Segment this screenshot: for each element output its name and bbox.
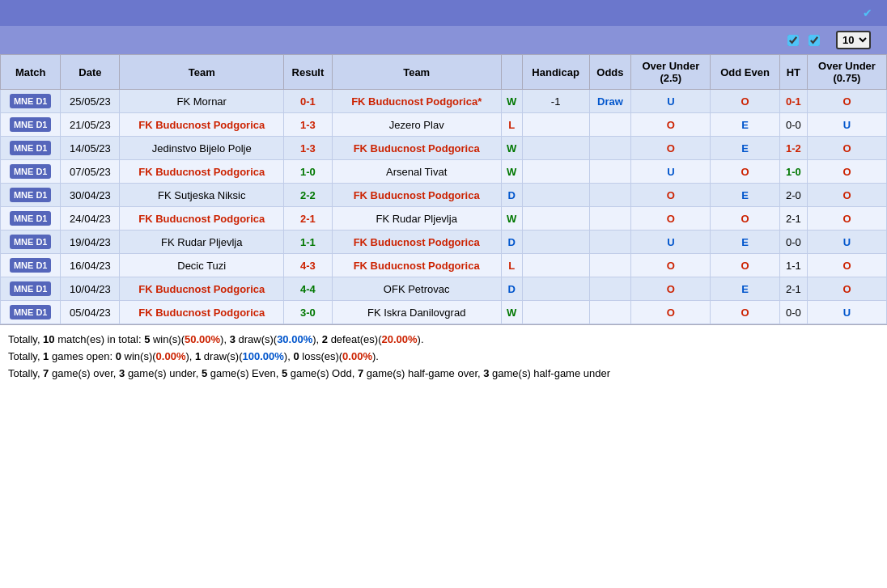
ou25-cell: U (631, 90, 711, 113)
col-wdl (501, 55, 522, 90)
col-odds: Odds (589, 55, 631, 90)
match-badge-cell: MNE D1 (1, 137, 61, 160)
odds-cell (589, 160, 631, 184)
result-cell: 0-1 (284, 90, 333, 113)
col-date: Date (61, 55, 120, 90)
result-cell: 1-3 (284, 113, 333, 137)
header: ✔ (0, 0, 887, 26)
oddeven-cell: E (711, 113, 780, 137)
ou075-cell: O (807, 137, 886, 160)
ht-cell: 0-0 (779, 231, 807, 254)
scores-table: Match Date Team Result Team Handicap Odd… (0, 54, 887, 324)
ou075-cell: U (807, 231, 886, 254)
match-badge-cell: MNE D1 (1, 277, 61, 301)
wdl-cell: W (501, 90, 522, 113)
wdl-cell: W (501, 301, 522, 324)
ou25-cell: O (631, 137, 711, 160)
odds-cell (589, 231, 631, 254)
intcf-checkbox[interactable] (787, 35, 799, 46)
date-cell: 16/04/23 (61, 254, 120, 277)
col-ou25: Over Under(2.5) (631, 55, 711, 90)
handicap-cell (522, 184, 589, 207)
team2-cell: FK Buducnost Podgorica (332, 137, 501, 160)
team1-cell: FK Buducnost Podgorica (120, 160, 284, 184)
handicap-cell (522, 301, 589, 324)
team1-cell: FK Sutjeska Niksic (120, 184, 284, 207)
col-team1: Team (120, 55, 284, 90)
ou075-cell: O (807, 207, 886, 231)
check-icon: ✔ (863, 6, 872, 19)
oddeven-cell: O (711, 301, 780, 324)
mned1-checkbox[interactable] (808, 35, 820, 46)
ou25-cell: O (631, 277, 711, 301)
match-badge: MNE D1 (10, 188, 52, 202)
ou25-cell: O (631, 113, 711, 137)
oddeven-cell: O (711, 254, 780, 277)
team2-cell: Jezero Plav (332, 113, 501, 137)
app-container: ✔ 10 20 30 Match Date Team Result (0, 0, 887, 388)
ht-cell: 0-0 (779, 113, 807, 137)
team1-cell: FK Buducnost Podgorica (120, 207, 284, 231)
odds-cell (589, 301, 631, 324)
team1-cell: FK Buducnost Podgorica (120, 113, 284, 137)
team2-cell: FK Buducnost Podgorica (332, 254, 501, 277)
table-row: MNE D130/04/23FK Sutjeska Niksic2-2FK Bu… (1, 184, 887, 207)
date-cell: 07/05/23 (61, 160, 120, 184)
oddeven-cell: E (711, 184, 780, 207)
col-handicap: Handicap (522, 55, 589, 90)
ou25-cell: O (631, 301, 711, 324)
result-cell: 3-0 (284, 301, 333, 324)
table-row: MNE D105/04/23FK Buducnost Podgorica3-0F… (1, 301, 887, 324)
team2-cell: FK Iskra Danilovgrad (332, 301, 501, 324)
footer-line-1: Totally, 10 match(es) in total: 5 win(s)… (8, 332, 879, 349)
table-row: MNE D114/05/23Jedinstvo Bijelo Polje1-3F… (1, 137, 887, 160)
mned1-filter[interactable] (808, 35, 823, 46)
oddeven-cell: O (711, 160, 780, 184)
ou075-cell: U (807, 113, 886, 137)
col-team2: Team (332, 55, 501, 90)
date-cell: 24/04/23 (61, 207, 120, 231)
date-cell: 30/04/23 (61, 184, 120, 207)
date-cell: 25/05/23 (61, 90, 120, 113)
result-cell: 4-4 (284, 277, 333, 301)
odds-cell (589, 184, 631, 207)
table-row: MNE D124/04/23FK Buducnost Podgorica2-1F… (1, 207, 887, 231)
col-result: Result (284, 55, 333, 90)
table-row: MNE D110/04/23FK Buducnost Podgorica4-4O… (1, 277, 887, 301)
games-select[interactable]: 10 20 30 (836, 31, 871, 49)
wdl-cell: L (501, 254, 522, 277)
match-badge: MNE D1 (10, 94, 52, 108)
team2-cell: FK Buducnost Podgorica (332, 231, 501, 254)
team2-cell: FK Rudar Pljevlja (332, 207, 501, 231)
date-cell: 14/05/23 (61, 137, 120, 160)
match-badge-cell: MNE D1 (1, 254, 61, 277)
intcf-filter[interactable] (787, 35, 802, 46)
table-row: MNE D121/05/23FK Buducnost Podgorica1-3J… (1, 113, 887, 137)
handicap-cell (522, 137, 589, 160)
table-row: MNE D119/04/23FK Rudar Pljevlja1-1FK Bud… (1, 231, 887, 254)
match-badge-cell: MNE D1 (1, 207, 61, 231)
ou075-cell: U (807, 301, 886, 324)
match-badge-cell: MNE D1 (1, 231, 61, 254)
oddeven-cell: E (711, 137, 780, 160)
ou25-cell: U (631, 231, 711, 254)
match-badge: MNE D1 (10, 141, 52, 155)
oddeven-cell: O (711, 207, 780, 231)
footer-line-3: Totally, 7 game(s) over, 3 game(s) under… (8, 366, 879, 383)
wdl-cell: L (501, 113, 522, 137)
handicap-cell (522, 231, 589, 254)
team1-cell: FK Buducnost Podgorica (120, 277, 284, 301)
odds-cell (589, 137, 631, 160)
match-badge-cell: MNE D1 (1, 90, 61, 113)
team2-cell: Arsenal Tivat (332, 160, 501, 184)
handicap-cell (522, 160, 589, 184)
ht-cell: 1-0 (779, 160, 807, 184)
odds-cell (589, 207, 631, 231)
wdl-cell: D (501, 277, 522, 301)
oddeven-cell: E (711, 231, 780, 254)
team1-cell: Jedinstvo Bijelo Polje (120, 137, 284, 160)
ou075-cell: O (807, 184, 886, 207)
footer-stats: Totally, 10 match(es) in total: 5 win(s)… (0, 324, 887, 388)
date-cell: 05/04/23 (61, 301, 120, 324)
table-row: MNE D125/05/23FK Mornar0-1FK Buducnost P… (1, 90, 887, 113)
